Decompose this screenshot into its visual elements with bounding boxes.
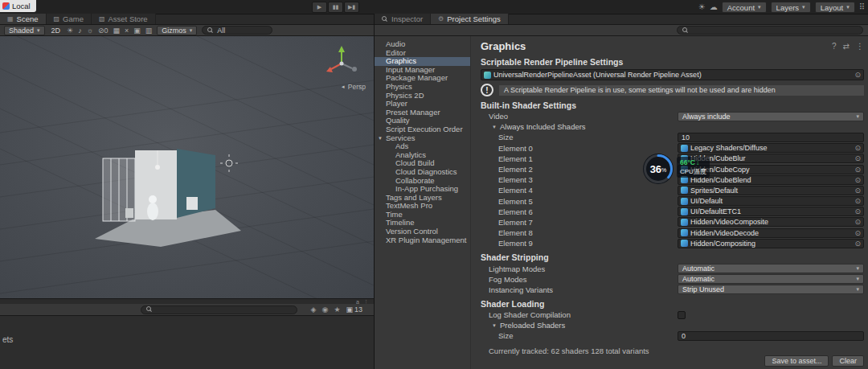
package-icon[interactable]: ◈ — [311, 305, 317, 314]
settings-nav-item-services[interactable]: ▼ Services — [375, 134, 470, 143]
cpu-temp-label: CPU温度 — [680, 167, 706, 176]
preloaded-shaders-foldout[interactable]: ▼ Preloaded Shaders — [481, 320, 864, 330]
asset-store-tab-icon: ▧ — [99, 15, 105, 23]
object-picker-icon[interactable]: ⊙ — [854, 229, 861, 237]
step-button[interactable]: ▶▮ — [344, 2, 359, 13]
element-9-shader-field[interactable]: Hidden/Compositing ⊙ — [678, 239, 864, 248]
project-browser-panel[interactable]: ets — [0, 316, 374, 369]
scene-panel: ▦ Scene ▨ Game ▧ Asset Store Shaded ▾ 2D… — [0, 14, 374, 369]
scene-lighting-icon[interactable]: ☀ — [67, 27, 73, 35]
always-included-foldout[interactable]: ▼ Always Included Shaders — [481, 121, 864, 132]
help-icon[interactable]: ? — [832, 42, 837, 51]
eye-icon[interactable]: ◉ — [322, 305, 329, 314]
size-field[interactable]: 10 — [678, 133, 864, 142]
shader-icon — [681, 187, 688, 194]
favorites-star-icon[interactable]: ★ — [334, 305, 340, 314]
preload-size-field[interactable]: 0 — [678, 331, 864, 341]
settings-search-row — [375, 25, 868, 36]
perspective-label[interactable]: ◄ Persp — [341, 83, 366, 91]
settings-nav-item-audio[interactable]: Audio — [375, 40, 470, 49]
temp-down-arrow-icon: ↓ — [696, 158, 699, 166]
account-dropdown[interactable]: Account ▾ — [722, 2, 767, 13]
srp-warning: ! A Scriptable Render Pipeline is in use… — [481, 84, 864, 96]
presets-icon[interactable]: ⇄ — [843, 42, 850, 51]
layout-dropdown[interactable]: Layout ▾ — [815, 2, 855, 13]
grid-menu-icon[interactable]: ⠿ — [859, 2, 865, 13]
console-count-badge[interactable]: ▣ 13 — [346, 305, 362, 314]
chevron-down-icon: ▾ — [856, 276, 859, 282]
scene-viewport[interactable]: ◄ Persp — [0, 36, 374, 298]
panel-tool-icon[interactable]: ▥ — [145, 27, 153, 35]
tab-inspector[interactable]: Inspector — [375, 14, 431, 24]
element-5-shader-field[interactable]: UI/Default ⊙ — [678, 196, 864, 206]
element-4-shader-field[interactable]: Sprites/Default ⊙ — [678, 186, 864, 195]
clear-button[interactable]: Clear — [832, 355, 864, 367]
instancing-variants-label: Instancing Variants — [481, 285, 678, 294]
scene-search-input[interactable]: All — [202, 26, 272, 35]
local-window-tab[interactable]: Local — [0, 0, 36, 12]
toggle-2d-button[interactable]: 2D — [50, 27, 63, 35]
cpu-temp-value: 66°C — [680, 158, 695, 166]
video-dropdown[interactable]: Always include ▾ — [678, 112, 864, 121]
shader-icon — [681, 229, 688, 236]
object-picker-icon[interactable]: ⊙ — [854, 71, 861, 79]
tab-game[interactable]: ▨ Game — [47, 14, 92, 24]
element-row: Element 8 Hidden/VideoDecode ⊙ — [481, 228, 864, 238]
object-picker-icon[interactable]: ⊙ — [854, 197, 861, 205]
shading-mode-dropdown[interactable]: Shaded ▾ — [4, 26, 45, 35]
page-title: Graphics — [481, 40, 825, 52]
warning-icon: ! — [481, 84, 493, 96]
srp-asset-field[interactable]: UniversalRenderPipelineAsset (Universal … — [481, 69, 864, 80]
brightness-icon[interactable]: ☀ — [698, 2, 706, 13]
object-picker-icon[interactable]: ⊙ — [854, 176, 861, 184]
log-shader-compilation-label: Log Shader Compilation — [481, 310, 678, 319]
video-label: Video — [481, 112, 678, 121]
fog-modes-dropdown[interactable]: Automatic ▾ — [678, 274, 864, 284]
element-8-shader-field[interactable]: Hidden/VideoDecode ⊙ — [678, 228, 864, 238]
element-7-shader-field[interactable]: Hidden/VideoComposite ⊙ — [678, 217, 864, 227]
kebab-menu-icon[interactable]: ⋮ — [856, 42, 864, 51]
hidden-objects-icon[interactable]: ⊘0 — [98, 27, 108, 35]
settings-nav-item-cloud-diagnostics[interactable]: Cloud Diagnostics — [375, 168, 470, 177]
camera-tool-icon[interactable]: ▣ — [133, 27, 141, 35]
object-picker-icon[interactable]: ⊙ — [854, 166, 861, 174]
instancing-variants-dropdown[interactable]: Strip Unused ▾ — [678, 285, 864, 294]
lightmap-modes-dropdown[interactable]: Automatic ▾ — [678, 264, 864, 273]
lightmap-modes-label: Lightmap Modes — [481, 264, 678, 273]
object-picker-icon[interactable]: ⊙ — [854, 207, 861, 215]
tab-asset-store[interactable]: ▧ Asset Store — [92, 14, 156, 24]
settings-nav-item-xr-plugin-management[interactable]: XR Plugin Management — [375, 236, 470, 245]
play-button[interactable]: ▶ — [312, 2, 327, 13]
project-search-input[interactable] — [141, 305, 297, 314]
scene-audio-icon[interactable]: ♪ — [78, 27, 82, 35]
object-picker-icon[interactable]: ⊙ — [854, 187, 861, 195]
left-arrow-icon: ◄ — [341, 84, 346, 89]
assets-folder-label[interactable]: ets — [2, 335, 13, 344]
object-picker-icon[interactable]: ⊙ — [854, 144, 861, 152]
settings-search-input[interactable] — [677, 26, 863, 35]
save-to-asset-button[interactable]: Save to asset... — [764, 355, 829, 367]
object-picker-icon[interactable]: ⊙ — [854, 240, 861, 248]
element-6-shader-field[interactable]: UI/DefaultETC1 ⊙ — [678, 207, 864, 216]
scene-grid-icon[interactable]: ▦ — [113, 27, 120, 35]
element-row: Element 7 Hidden/VideoComposite ⊙ — [481, 217, 864, 228]
message-bubble-icon: ▣ — [346, 305, 353, 314]
scene-fx-icon[interactable]: ☼ — [87, 27, 93, 35]
object-picker-icon[interactable]: ⊙ — [854, 218, 861, 226]
settings-nav-item-physics[interactable]: Physics — [375, 83, 470, 92]
shader-icon — [681, 145, 688, 152]
pipeline-asset-icon — [484, 72, 491, 79]
tab-project-settings[interactable]: ⚙ Project Settings — [431, 14, 509, 24]
cloud-collab-icon[interactable]: ☁ — [710, 2, 718, 13]
foldout-triangle-icon[interactable]: ▼ — [378, 134, 383, 143]
tab-scene[interactable]: ▦ Scene — [0, 14, 47, 24]
object-picker-icon[interactable]: ⊙ — [854, 154, 861, 162]
pause-button[interactable]: ▮▮ — [328, 2, 343, 13]
orientation-gizmo[interactable] — [321, 43, 362, 84]
scene-view-toolbar: Shaded ▾ 2D ☀ ♪ ☼ ⊘0 ▦ × ▣ ▥ Gizmos ▾ Al… — [0, 25, 374, 36]
layers-dropdown[interactable]: Layers ▾ — [771, 2, 811, 13]
element-row: Element 9 Hidden/Compositing ⊙ — [481, 238, 864, 248]
gizmos-dropdown[interactable]: Gizmos ▾ — [157, 26, 197, 35]
frame-tool-icon[interactable]: × — [125, 27, 129, 35]
log-shader-compilation-checkbox[interactable] — [678, 311, 686, 319]
